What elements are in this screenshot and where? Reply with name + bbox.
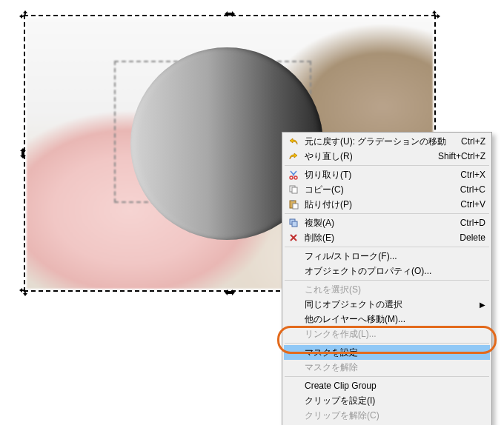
menu-item-select-same[interactable]: 同じオブジェクトの選択 ▶	[284, 297, 490, 312]
menu-item-shortcut: Ctrl+Z	[461, 136, 485, 147]
menu-item-label: オブジェクトのプロパティ(O)...	[300, 265, 485, 278]
svg-rect-3	[292, 187, 297, 193]
cut-icon	[287, 169, 300, 181]
undo-icon	[287, 135, 300, 147]
menu-item-label: 切り取り(T)	[300, 169, 460, 181]
menu-item-label: マスクを設定	[300, 347, 485, 359]
menu-item-shortcut: Shift+Ctrl+Z	[438, 151, 485, 161]
menu-separator	[285, 343, 489, 344]
menu-separator	[285, 247, 489, 247]
menu-item-label: クリップを設定(I)	[300, 395, 485, 407]
menu-item-create-clip-group[interactable]: Create Clip Group	[284, 378, 490, 393]
menu-item-delete[interactable]: 削除(E) Delete	[284, 230, 490, 245]
menu-item-label: 同じオブジェクトの選択	[300, 298, 478, 311]
menu-item-copy[interactable]: コピー(C) Ctrl+C	[284, 182, 490, 197]
menu-item-fill-stroke[interactable]: フィル/ストローク(F)...	[284, 249, 490, 264]
paste-icon	[287, 198, 300, 210]
menu-item-move-to-layer[interactable]: 他のレイヤーへ移動(M)...	[284, 312, 490, 327]
menu-item-shortcut: Ctrl+X	[460, 170, 485, 180]
menu-item-label: 複製(A)	[300, 217, 460, 230]
menu-item-label: Create Clip Group	[300, 381, 485, 391]
menu-separator	[285, 213, 489, 214]
submenu-arrow-icon: ▶	[478, 301, 485, 309]
menu-item-label: やり直し(R)	[300, 150, 438, 163]
menu-item-label: 他のレイヤーへ移動(M)...	[300, 313, 485, 326]
menu-item-paste[interactable]: 貼り付け(P) Ctrl+V	[284, 197, 490, 212]
menu-item-set-clip[interactable]: クリップを設定(I)	[284, 393, 490, 408]
context-menu: 元に戻す(U): グラデーションの移動 Ctrl+Z やり直し(R) Shift…	[282, 132, 492, 425]
menu-item-label: コピー(C)	[300, 184, 460, 196]
menu-separator	[285, 280, 489, 281]
delete-icon	[287, 232, 300, 244]
svg-rect-5	[293, 204, 298, 209]
menu-separator	[285, 165, 489, 166]
menu-item-create-link: リンクを作成(L)...	[284, 327, 490, 341]
menu-item-shortcut: Ctrl+D	[460, 218, 485, 228]
svg-rect-8	[292, 221, 297, 227]
menu-item-undo[interactable]: 元に戻す(U): グラデーションの移動 Ctrl+Z	[284, 134, 490, 149]
redo-icon	[287, 150, 300, 162]
menu-item-redo[interactable]: やり直し(R) Shift+Ctrl+Z	[284, 149, 490, 164]
rotate-handle-top-left[interactable]	[18, 9, 28, 19]
svg-point-0	[290, 176, 293, 179]
menu-item-release-mask: マスクを解除	[284, 360, 490, 375]
skew-handle-top[interactable]	[225, 9, 235, 19]
svg-point-1	[294, 176, 297, 179]
menu-separator	[285, 376, 489, 377]
menu-item-shortcut: Delete	[460, 232, 485, 243]
menu-item-label: フィル/ストローク(F)...	[300, 250, 485, 263]
rotate-handle-top-right[interactable]	[431, 9, 442, 19]
rotate-handle-bottom-left[interactable]	[18, 287, 28, 298]
menu-item-label: リンクを作成(L)...	[300, 328, 485, 341]
duplicate-icon	[287, 217, 300, 229]
menu-item-label: 削除(E)	[300, 232, 460, 244]
menu-item-select-this: これを選択(S)	[284, 282, 490, 297]
menu-item-object-properties[interactable]: オブジェクトのプロパティ(O)...	[284, 264, 490, 278]
menu-item-shortcut: Ctrl+V	[460, 199, 485, 210]
menu-item-label: マスクを解除	[300, 361, 485, 374]
skew-handle-bottom[interactable]	[225, 287, 235, 298]
menu-item-label: これを選択(S)	[300, 284, 485, 296]
menu-item-label: クリップを解除(C)	[300, 409, 485, 422]
copy-icon	[287, 184, 300, 195]
menu-item-duplicate[interactable]: 複製(A) Ctrl+D	[284, 215, 490, 230]
menu-item-shortcut: Ctrl+C	[460, 184, 485, 195]
menu-item-label: 元に戻す(U): グラデーションの移動	[300, 135, 461, 148]
menu-item-label: 貼り付け(P)	[300, 198, 460, 211]
menu-item-cut[interactable]: 切り取り(T) Ctrl+X	[284, 167, 490, 182]
menu-item-set-mask[interactable]: マスクを設定	[284, 345, 490, 360]
svg-rect-6	[291, 200, 294, 201]
skew-handle-left[interactable]	[18, 148, 28, 158]
menu-item-release-clip: クリップを解除(C)	[284, 408, 490, 423]
